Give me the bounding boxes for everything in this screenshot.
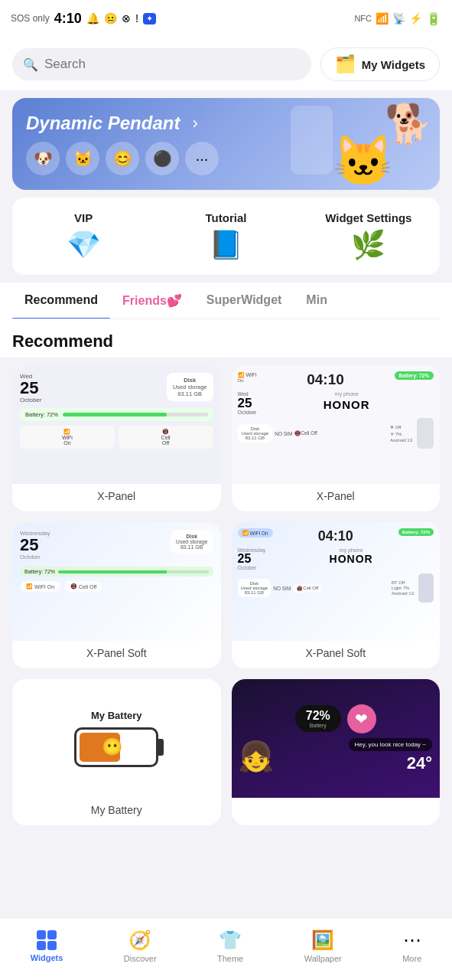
xps1-disk: DiskUsed storage83.11 GB (171, 530, 213, 554)
battery-icon: 🔋 (426, 11, 441, 26)
widget-card-anime[interactable]: 72% Battery ❤ 👧 Hey, you look nice today… (232, 679, 441, 825)
widget-settings-icon: 🌿 (351, 229, 385, 261)
nav-more-label: More (402, 954, 421, 963)
battery-shell: 😶 (74, 727, 158, 767)
xp2-daynum: 25 (238, 397, 257, 410)
banner-arrow: › (192, 113, 197, 133)
banner-icon-1[interactable]: 🐶 (26, 142, 60, 175)
xp1-battery: Battery: 72% (20, 408, 213, 421)
tabs-row: Recommend Friends💕 SuperWidget Min (12, 283, 440, 319)
tab-superwidget[interactable]: SuperWidget (194, 283, 294, 318)
tab-min[interactable]: Min (294, 283, 340, 318)
nav-theme-label: Theme (217, 954, 243, 963)
widget-preview-xpanel2: 📶 WiFiOn 04:10 Battery: 72% Wed 25 Octob… (232, 365, 441, 484)
nav-theme[interactable]: 👕 Theme (210, 926, 251, 966)
vip-label: VIP (74, 211, 93, 224)
widget-card-xpanel-soft2[interactable]: 📶WIFI On 04:10 Battery: 72% Wednesday 25… (232, 522, 441, 668)
tab-friends[interactable]: Friends💕 (110, 283, 194, 318)
widget-settings-button[interactable]: Widget Settings 🌿 (298, 205, 440, 267)
xp2-cell: 📵Cell Off (294, 430, 317, 436)
widget-label-anime (232, 798, 441, 813)
battery-widget-body: 😶 (74, 727, 158, 767)
face-icon: 😐 (104, 12, 117, 24)
search-area: 🔍 🗂️ My Widgets (0, 37, 452, 90)
battery-exclaim-icon: ⚡ (409, 12, 422, 24)
bell-icon: 🔔 (86, 12, 99, 24)
nav-widgets[interactable]: Widgets (23, 927, 71, 965)
tutorial-icon: 📘 (209, 229, 243, 261)
blue-square-icon: ✦ (143, 13, 156, 24)
x-circle-icon: ⊗ (122, 12, 131, 24)
widget-card-xpanel2[interactable]: 📶 WiFiOn 04:10 Battery: 72% Wed 25 Octob… (232, 365, 441, 511)
status-bar: SOS only 4:10 🔔 😐 ⊗ ! ✦ NFC 📶 📡 ⚡ 🔋 (0, 0, 452, 37)
vip-icon: 💎 (67, 229, 101, 261)
xps2-time: 04:10 (318, 528, 353, 544)
widget-card-xpanel-soft1[interactable]: Wednesday 25 October DiskUsed storage83.… (12, 522, 221, 668)
widget-label-mybattery: My Battery (12, 798, 221, 825)
anime-message: Hey, you look nice today ~ (349, 738, 432, 751)
status-left: SOS only 4:10 🔔 😐 ⊗ ! ✦ (11, 11, 156, 27)
anime-right-col: Hey, you look nice today ~ 24° (349, 738, 432, 773)
xp2-brand: HONOR (324, 398, 370, 411)
banner-icon-more[interactable]: ··· (185, 142, 219, 175)
anime-character: 👧 (238, 740, 274, 773)
wifi-icon: 📡 (392, 12, 405, 24)
my-widgets-button[interactable]: 🗂️ My Widgets (320, 47, 440, 81)
widget-preview-xpanel1: Wed 25 October Disk Used storage 83.11 G… (12, 365, 221, 484)
image-icon: 🖼️ (311, 929, 334, 951)
xps1-connectivity: 📶WIFI On 📵Cell Off (20, 581, 213, 592)
banner-shiba-character: 🐕 (385, 102, 432, 146)
battery-face-emoji: 😶 (102, 737, 131, 757)
nav-discover-label: Discover (124, 954, 157, 963)
banner-icon-2[interactable]: 🐱 (66, 142, 99, 175)
widgets-grid-icon (37, 930, 57, 950)
search-wrapper: 🔍 (12, 48, 311, 80)
my-widgets-label: My Widgets (362, 58, 425, 71)
widget-settings-label: Widget Settings (325, 211, 411, 224)
nav-wallpaper-label: Wallpaper (304, 954, 342, 963)
nav-widgets-label: Widgets (31, 953, 63, 962)
widget-preview-xpanel-soft1: Wednesday 25 October DiskUsed storage83.… (12, 522, 221, 641)
search-icon: 🔍 (23, 57, 38, 72)
info-icon: ! (135, 12, 139, 24)
anime-inner: 72% Battery ❤ 👧 Hey, you look nice today… (232, 679, 441, 798)
xp1-month: October (20, 397, 41, 403)
widget-grid: Wed 25 October Disk Used storage 83.11 G… (0, 358, 452, 833)
banner-bg-decoration (291, 106, 333, 175)
nav-wallpaper[interactable]: 🖼️ Wallpaper (297, 926, 350, 966)
bottom-nav: Widgets 🧭 Discover 👕 Theme 🖼️ Wallpaper … (0, 917, 452, 980)
banner[interactable]: Dynamic Pendant › 🐶 🐱 😊 ⚫ ··· 🐱 🐕 (12, 98, 440, 190)
xp2-disk: DiskUsed storage83.11 GB (238, 424, 273, 443)
quick-actions: VIP 💎 Tutorial 📘 Widget Settings 🌿 (12, 198, 440, 275)
tab-recommend[interactable]: Recommend (12, 283, 110, 318)
widget-card-mybattery[interactable]: My Battery 😶 My Battery (12, 679, 221, 825)
mybattery-inner: My Battery 😶 (12, 679, 221, 798)
dots-icon: ⋯ (403, 929, 421, 951)
status-right: NFC 📶 📡 ⚡ 🔋 (354, 11, 441, 26)
shirt-icon: 👕 (219, 929, 242, 951)
widget-label-xpanel2: X-Panel (232, 484, 441, 511)
tutorial-label: Tutorial (206, 211, 247, 224)
mybattery-title: My Battery (91, 710, 141, 721)
my-widgets-icon: 🗂️ (335, 54, 356, 74)
nav-more[interactable]: ⋯ More (395, 926, 429, 966)
compass-icon: 🧭 (128, 929, 151, 951)
xp2-time: 04:10 (307, 371, 344, 388)
widget-preview-mybattery: My Battery 😶 (12, 679, 221, 798)
widget-card-xpanel1[interactable]: Wed 25 October Disk Used storage 83.11 G… (12, 365, 221, 511)
recommend-heading: Recommend (0, 319, 452, 358)
banner-icon-4[interactable]: ⚫ (145, 142, 179, 175)
vip-button[interactable]: VIP 💎 (12, 205, 154, 267)
xps1-month: October (20, 554, 213, 560)
nav-discover[interactable]: 🧭 Discover (116, 926, 164, 966)
tutorial-button[interactable]: Tutorial 📘 (154, 205, 297, 267)
signal-icon: 📶 (376, 12, 389, 24)
banner-title: Dynamic Pendant (26, 113, 180, 134)
banner-icon-3[interactable]: 😊 (106, 142, 139, 175)
anime-bottom-row: 👧 Hey, you look nice today ~ 24° (232, 738, 441, 773)
banner-icons-row: 🐶 🐱 😊 ⚫ ··· (26, 142, 219, 175)
search-input[interactable] (12, 48, 311, 80)
anime-heart-btn: ❤ (347, 704, 376, 733)
xp2-phone: my phone (335, 391, 359, 397)
nfc-icon: NFC (354, 14, 372, 23)
